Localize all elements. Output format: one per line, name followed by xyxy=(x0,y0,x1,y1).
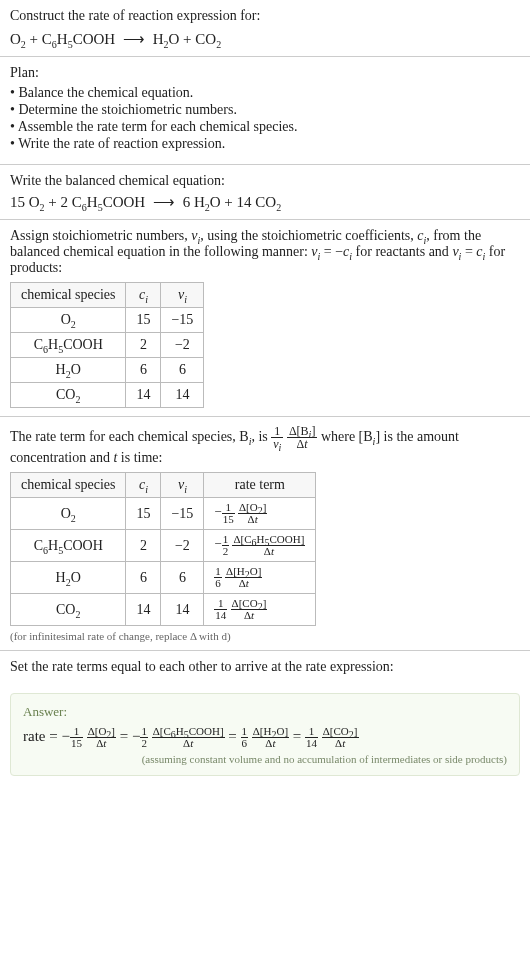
table-row: CO21414 xyxy=(11,383,204,408)
balance-heading: Write the balanced chemical equation: xyxy=(10,173,520,189)
final-section: Set the rate terms equal to each other t… xyxy=(0,651,530,683)
table-row: CO21414114 Δ[CO2]Δt xyxy=(11,594,316,626)
answer-box: Answer: rate = −115 Δ[O2]Δt = −12 Δ[C6H5… xyxy=(10,693,520,776)
table-header-row: chemical species ci νi rate term xyxy=(11,473,316,498)
rateterm-section: The rate term for each chemical species,… xyxy=(0,417,530,651)
rateterm-note: (for infinitesimal rate of change, repla… xyxy=(10,630,520,642)
answer-label: Answer: xyxy=(23,704,507,720)
intro-equation: O2 + C6H5COOH ⟶ H2O + CO2 xyxy=(10,30,520,48)
plan-heading: Plan: xyxy=(10,65,520,81)
stoich-table: chemical species ci νi O215−15 C6H5COOH2… xyxy=(10,282,204,408)
final-heading: Set the rate terms equal to each other t… xyxy=(10,659,520,675)
table-row: C6H5COOH2−2−12 Δ[C6H5COOH]Δt xyxy=(11,530,316,562)
rate-def-frac-2: Δ[Bi]Δt xyxy=(287,425,318,450)
table-row: O215−15−115 Δ[O2]Δt xyxy=(11,498,316,530)
table-row: O215−15 xyxy=(11,308,204,333)
table-header-row: chemical species ci νi xyxy=(11,283,204,308)
table-row: H2O66 xyxy=(11,358,204,383)
assign-section: Assign stoichiometric numbers, νi, using… xyxy=(0,220,530,417)
assign-heading: Assign stoichiometric numbers, νi, using… xyxy=(10,228,520,276)
table-row: C6H5COOH2−2 xyxy=(11,333,204,358)
rate-table: chemical species ci νi rate term O215−15… xyxy=(10,472,316,626)
plan-step: Balance the chemical equation. xyxy=(10,85,520,101)
intro-prompt: Construct the rate of reaction expressio… xyxy=(10,8,520,24)
table-row: H2O6616 Δ[H2O]Δt xyxy=(11,562,316,594)
rateterm-heading: The rate term for each chemical species,… xyxy=(10,425,520,466)
balance-equation: 15 O2 + 2 C6H5COOH ⟶ 6 H2O + 14 CO2 xyxy=(10,193,520,211)
plan-section: Plan: Balance the chemical equation. Det… xyxy=(0,57,530,165)
plan-step: Assemble the rate term for each chemical… xyxy=(10,119,520,135)
plan-step: Write the rate of reaction expression. xyxy=(10,136,520,152)
plan-list: Balance the chemical equation. Determine… xyxy=(10,85,520,152)
col-species: chemical species xyxy=(11,283,126,308)
col-vi: νi xyxy=(161,283,204,308)
plan-step: Determine the stoichiometric numbers. xyxy=(10,102,520,118)
col-ci: ci xyxy=(126,283,161,308)
answer-note: (assuming constant volume and no accumul… xyxy=(23,753,507,765)
balance-section: Write the balanced chemical equation: 15… xyxy=(0,165,530,220)
intro-section: Construct the rate of reaction expressio… xyxy=(0,0,530,57)
answer-expression: rate = −115 Δ[O2]Δt = −12 Δ[C6H5COOH]Δt … xyxy=(23,726,507,749)
rate-def-frac-1: 1νi xyxy=(271,425,283,450)
